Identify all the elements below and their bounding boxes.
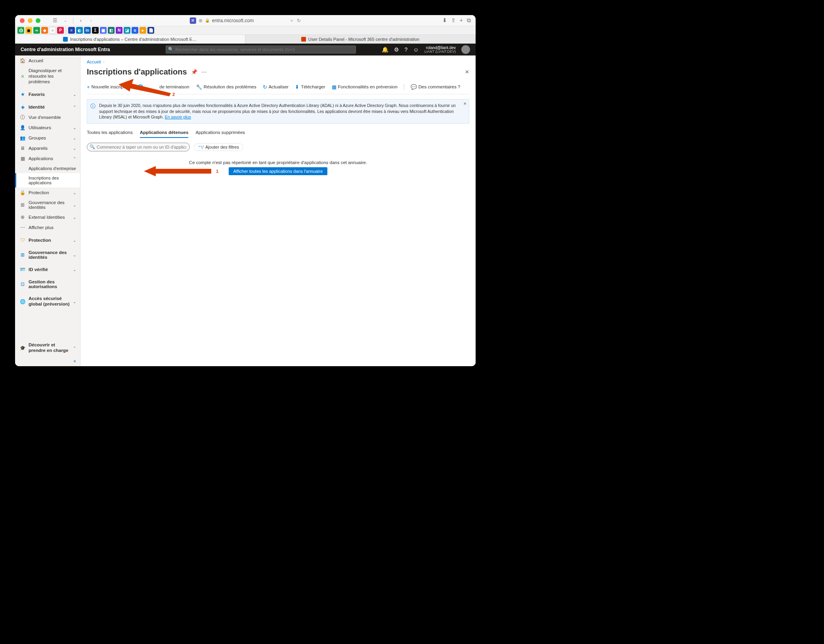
- sidebar-item-global-secure[interactable]: 🌐Accès sécurisé global (préversion)⌄: [15, 294, 80, 310]
- bookmark-icon[interactable]: ⏻: [17, 27, 24, 34]
- bookmarks-bar: ⏻ ◉ ∞ ◆ ○ P ≡ ◐ in Σ ▦ ◧ N ◪ o ▸ 📄: [15, 26, 476, 35]
- reader-icon[interactable]: ᯤ: [290, 18, 294, 23]
- search-icon: 🔍: [168, 47, 174, 52]
- portal-search[interactable]: 🔍: [166, 46, 356, 54]
- bookmark-icon[interactable]: ◉: [25, 27, 32, 34]
- close-icon[interactable]: ✕: [465, 69, 469, 75]
- feedback-icon[interactable]: ☺: [413, 46, 419, 53]
- refresh-button[interactable]: ↻Actualiser: [263, 84, 289, 90]
- chevron-down-icon[interactable]: ⌄: [62, 17, 69, 24]
- tabs-icon[interactable]: ⧉: [467, 17, 471, 24]
- command-bar: +Nouvelle inscription 🌐Points de termina…: [87, 82, 469, 94]
- portal-title[interactable]: Centre d'administration Microsoft Entra: [21, 47, 110, 52]
- plus-icon: +: [87, 84, 90, 90]
- browser-tab-active[interactable]: Inscriptions d'applications – Centre d'a…: [15, 35, 245, 44]
- sidebar-item-governance[interactable]: ⊞Gouvernance des identités⌄: [15, 198, 80, 212]
- shield-icon[interactable]: ⊕: [199, 18, 203, 23]
- sidebar-item-protection[interactable]: 🔒Protection⌄: [15, 187, 80, 198]
- info-icon: ⓘ: [90, 103, 96, 110]
- bookmark-icon[interactable]: ◆: [41, 27, 48, 34]
- help-icon[interactable]: ?: [405, 46, 408, 53]
- bookmark-icon[interactable]: ▦: [100, 27, 107, 34]
- tab-deleted-apps[interactable]: Applications supprimées: [195, 130, 245, 138]
- banner-text: Depuis le 30 juin 2020, nous n'ajoutons …: [99, 103, 456, 119]
- sidebar-item-external-ids[interactable]: ⊕External Identities⌄: [15, 212, 80, 222]
- sidebar-item-app-registrations[interactable]: Inscriptions des applications: [15, 173, 80, 187]
- notifications-icon[interactable]: 🔔: [382, 46, 388, 53]
- filter-icon: ⁺▽: [198, 145, 204, 150]
- chevron-down-icon: ⌄: [73, 146, 76, 151]
- banner-link[interactable]: En savoir plus: [165, 115, 191, 119]
- bookmark-icon[interactable]: ◧: [108, 27, 115, 34]
- close-window-button[interactable]: [20, 18, 25, 23]
- settings-icon[interactable]: ⚙: [394, 46, 399, 53]
- chevron-up-icon: ⌃: [73, 346, 76, 350]
- bookmark-icon[interactable]: ◪: [124, 27, 130, 34]
- bookmark-icon[interactable]: ○: [49, 27, 56, 34]
- bookmark-icon[interactable]: Σ: [92, 27, 99, 34]
- avatar[interactable]: [461, 45, 470, 54]
- share-icon[interactable]: ⇪: [451, 17, 456, 24]
- subtabs: Toutes les applications Applications dét…: [87, 130, 469, 138]
- tab-owned-apps[interactable]: Applications détenues: [140, 130, 189, 138]
- sidebar-item-learn[interactable]: 🎓Découvrir et prendre en charge⌃: [15, 340, 80, 356]
- tab-all-apps[interactable]: Toutes les applications: [87, 130, 133, 138]
- filter-input-wrapper: 🔍: [87, 143, 190, 151]
- breadcrumb-home[interactable]: Accueil: [87, 59, 101, 64]
- bookmark-icon[interactable]: 📄: [147, 27, 154, 34]
- bookmark-icon[interactable]: N: [116, 27, 122, 34]
- show-all-apps-button[interactable]: Afficher toutes les applications dans l'…: [229, 167, 328, 175]
- user-menu[interactable]: roland@liant.dev LIANT (LIANT.DEV): [424, 46, 456, 54]
- sidebar-item-identity[interactable]: ◈Identité⌃: [15, 102, 80, 112]
- downloads-icon[interactable]: ⬇: [442, 17, 447, 24]
- sidebar-item-permissions[interactable]: ⊡Gestion des autorisations: [15, 277, 80, 291]
- preview-icon: ▦: [332, 84, 336, 90]
- breadcrumb: Accueil ›: [87, 59, 469, 64]
- bookmark-icon[interactable]: ≡: [68, 27, 75, 34]
- sidebar-item-show-more[interactable]: ⋯Afficher plus: [15, 222, 80, 233]
- bookmark-icon[interactable]: ▸: [140, 27, 146, 34]
- bookmark-icon[interactable]: P: [57, 27, 64, 34]
- troubleshoot-button[interactable]: 🔧Résolution des problèmes: [196, 84, 256, 90]
- minimize-window-button[interactable]: [28, 18, 33, 23]
- bookmark-icon[interactable]: ∞: [33, 27, 40, 34]
- sidebar-item-groups[interactable]: 👥Groupes⌄: [15, 133, 80, 143]
- filter-input[interactable]: [87, 143, 190, 151]
- download-icon: ⬇: [295, 84, 299, 90]
- sidebar-item-overview[interactable]: ⓘVue d'ensemble: [15, 112, 80, 122]
- endpoints-button[interactable]: 🌐Points de terminaison: [137, 84, 189, 90]
- sidebar-item-devices[interactable]: 🖥Appareils⌄: [15, 143, 80, 153]
- pin-icon[interactable]: 📌: [191, 69, 197, 75]
- reload-icon[interactable]: ↻: [297, 18, 301, 23]
- forward-button[interactable]: ›: [88, 17, 95, 24]
- sidebar-item-enterprise-apps[interactable]: Applications d'entreprise: [15, 164, 80, 173]
- bookmark-icon[interactable]: ◐: [76, 27, 83, 34]
- more-icon[interactable]: ⋯: [201, 69, 206, 75]
- address-bar-url[interactable]: entra.microsoft.com: [212, 18, 254, 23]
- add-filter-button[interactable]: ⁺▽Ajouter des filtres: [194, 143, 243, 151]
- maximize-window-button[interactable]: [36, 18, 40, 23]
- sidebar-item-favorites[interactable]: ★Favoris⌄: [15, 89, 80, 99]
- back-button[interactable]: ‹: [77, 17, 84, 24]
- bookmark-icon[interactable]: in: [84, 27, 91, 34]
- sidebar-item-diagnose[interactable]: ✕Diagnostiquer et résoudre les problèmes: [15, 66, 80, 87]
- new-tab-icon[interactable]: +: [460, 17, 463, 24]
- devices-icon: 🖥: [20, 145, 25, 151]
- sidebar-item-verified-id[interactable]: 🪪ID vérifié⌄: [15, 264, 80, 275]
- sidebar-item-applications[interactable]: ▦Applications⌃: [15, 153, 80, 164]
- download-button[interactable]: ⬇Télécharger: [295, 84, 325, 90]
- sidebar-toggle-icon[interactable]: ☰: [52, 17, 59, 24]
- close-icon[interactable]: ✕: [463, 101, 466, 107]
- sidebar-item-home[interactable]: 🏠Accueil: [15, 55, 80, 66]
- lock-icon: 🔒: [20, 190, 25, 195]
- sidebar-item-protection2[interactable]: 🛡Protection⌄: [15, 235, 80, 245]
- browser-tab[interactable]: User Details Panel - Microsoft 365 centr…: [245, 35, 476, 44]
- new-registration-button[interactable]: +Nouvelle inscription: [87, 84, 131, 90]
- search-input[interactable]: [166, 46, 356, 54]
- preview-features-button[interactable]: ▦Fonctionnalités en préversion: [332, 84, 398, 90]
- feedback-button[interactable]: 💬Des commentaires ?: [411, 84, 460, 90]
- sidebar-item-users[interactable]: 👤Utilisateurs⌄: [15, 122, 80, 133]
- collapse-sidebar-button[interactable]: «: [15, 356, 80, 366]
- bookmark-icon[interactable]: o: [132, 27, 138, 34]
- sidebar-item-governance2[interactable]: ⊞Gouvernance des identités⌄: [15, 248, 80, 262]
